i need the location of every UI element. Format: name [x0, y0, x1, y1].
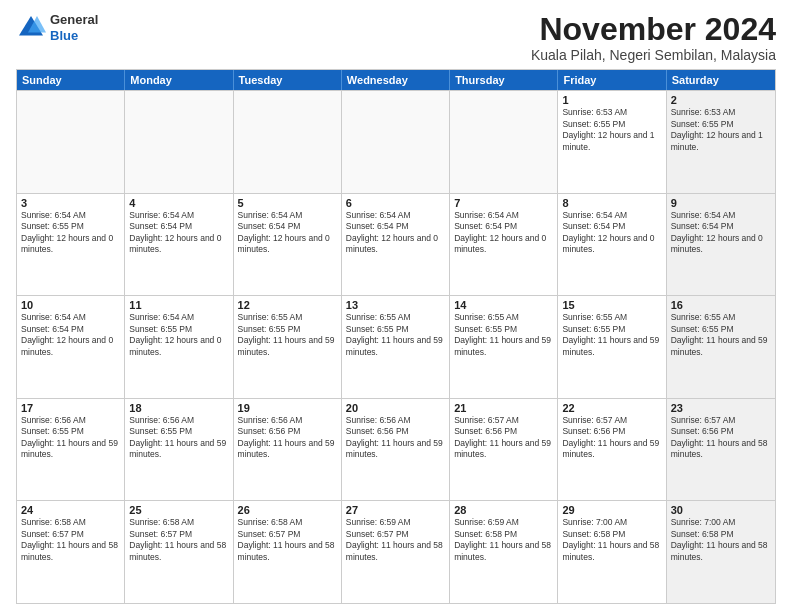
- calendar-row-3: 17Sunrise: 6:56 AM Sunset: 6:55 PM Dayli…: [17, 398, 775, 501]
- day-number: 19: [238, 402, 337, 414]
- day-number: 12: [238, 299, 337, 311]
- header-cell-thursday: Thursday: [450, 70, 558, 90]
- day-info: Sunrise: 6:55 AM Sunset: 6:55 PM Dayligh…: [454, 312, 553, 358]
- day-cell-7: 7Sunrise: 6:54 AM Sunset: 6:54 PM Daylig…: [450, 194, 558, 296]
- day-number: 8: [562, 197, 661, 209]
- day-number: 6: [346, 197, 445, 209]
- day-info: Sunrise: 6:54 AM Sunset: 6:54 PM Dayligh…: [454, 210, 553, 256]
- day-number: 2: [671, 94, 771, 106]
- empty-cell-0-4: [450, 91, 558, 193]
- day-info: Sunrise: 6:57 AM Sunset: 6:56 PM Dayligh…: [454, 415, 553, 461]
- day-cell-29: 29Sunrise: 7:00 AM Sunset: 6:58 PM Dayli…: [558, 501, 666, 603]
- day-cell-17: 17Sunrise: 6:56 AM Sunset: 6:55 PM Dayli…: [17, 399, 125, 501]
- day-info: Sunrise: 6:57 AM Sunset: 6:56 PM Dayligh…: [562, 415, 661, 461]
- day-cell-30: 30Sunrise: 7:00 AM Sunset: 6:58 PM Dayli…: [667, 501, 775, 603]
- empty-cell-0-3: [342, 91, 450, 193]
- day-number: 23: [671, 402, 771, 414]
- day-info: Sunrise: 6:55 AM Sunset: 6:55 PM Dayligh…: [562, 312, 661, 358]
- day-cell-23: 23Sunrise: 6:57 AM Sunset: 6:56 PM Dayli…: [667, 399, 775, 501]
- day-info: Sunrise: 6:56 AM Sunset: 6:55 PM Dayligh…: [129, 415, 228, 461]
- day-cell-2: 2Sunrise: 6:53 AM Sunset: 6:55 PM Daylig…: [667, 91, 775, 193]
- day-cell-11: 11Sunrise: 6:54 AM Sunset: 6:55 PM Dayli…: [125, 296, 233, 398]
- day-cell-10: 10Sunrise: 6:54 AM Sunset: 6:54 PM Dayli…: [17, 296, 125, 398]
- day-number: 16: [671, 299, 771, 311]
- day-info: Sunrise: 7:00 AM Sunset: 6:58 PM Dayligh…: [671, 517, 771, 563]
- day-number: 26: [238, 504, 337, 516]
- day-info: Sunrise: 6:59 AM Sunset: 6:58 PM Dayligh…: [454, 517, 553, 563]
- day-info: Sunrise: 6:55 AM Sunset: 6:55 PM Dayligh…: [238, 312, 337, 358]
- day-cell-18: 18Sunrise: 6:56 AM Sunset: 6:55 PM Dayli…: [125, 399, 233, 501]
- day-number: 3: [21, 197, 120, 209]
- day-cell-26: 26Sunrise: 6:58 AM Sunset: 6:57 PM Dayli…: [234, 501, 342, 603]
- day-cell-19: 19Sunrise: 6:56 AM Sunset: 6:56 PM Dayli…: [234, 399, 342, 501]
- day-number: 25: [129, 504, 228, 516]
- calendar-row-2: 10Sunrise: 6:54 AM Sunset: 6:54 PM Dayli…: [17, 295, 775, 398]
- calendar-row-4: 24Sunrise: 6:58 AM Sunset: 6:57 PM Dayli…: [17, 500, 775, 603]
- logo-text: General Blue: [50, 12, 98, 43]
- header-cell-sunday: Sunday: [17, 70, 125, 90]
- empty-cell-0-2: [234, 91, 342, 193]
- page: General Blue November 2024 Kuala Pilah, …: [0, 0, 792, 612]
- day-cell-28: 28Sunrise: 6:59 AM Sunset: 6:58 PM Dayli…: [450, 501, 558, 603]
- header-cell-saturday: Saturday: [667, 70, 775, 90]
- day-info: Sunrise: 6:53 AM Sunset: 6:55 PM Dayligh…: [671, 107, 771, 153]
- day-cell-1: 1Sunrise: 6:53 AM Sunset: 6:55 PM Daylig…: [558, 91, 666, 193]
- day-cell-6: 6Sunrise: 6:54 AM Sunset: 6:54 PM Daylig…: [342, 194, 450, 296]
- day-number: 29: [562, 504, 661, 516]
- day-cell-22: 22Sunrise: 6:57 AM Sunset: 6:56 PM Dayli…: [558, 399, 666, 501]
- day-number: 1: [562, 94, 661, 106]
- day-cell-3: 3Sunrise: 6:54 AM Sunset: 6:55 PM Daylig…: [17, 194, 125, 296]
- day-number: 24: [21, 504, 120, 516]
- day-cell-24: 24Sunrise: 6:58 AM Sunset: 6:57 PM Dayli…: [17, 501, 125, 603]
- day-info: Sunrise: 6:59 AM Sunset: 6:57 PM Dayligh…: [346, 517, 445, 563]
- calendar-header: SundayMondayTuesdayWednesdayThursdayFrid…: [17, 70, 775, 90]
- header-cell-friday: Friday: [558, 70, 666, 90]
- day-cell-16: 16Sunrise: 6:55 AM Sunset: 6:55 PM Dayli…: [667, 296, 775, 398]
- day-cell-13: 13Sunrise: 6:55 AM Sunset: 6:55 PM Dayli…: [342, 296, 450, 398]
- day-info: Sunrise: 6:53 AM Sunset: 6:55 PM Dayligh…: [562, 107, 661, 153]
- day-info: Sunrise: 6:58 AM Sunset: 6:57 PM Dayligh…: [238, 517, 337, 563]
- day-info: Sunrise: 6:54 AM Sunset: 6:55 PM Dayligh…: [129, 312, 228, 358]
- day-cell-21: 21Sunrise: 6:57 AM Sunset: 6:56 PM Dayli…: [450, 399, 558, 501]
- day-info: Sunrise: 6:54 AM Sunset: 6:54 PM Dayligh…: [671, 210, 771, 256]
- day-info: Sunrise: 6:54 AM Sunset: 6:54 PM Dayligh…: [238, 210, 337, 256]
- day-info: Sunrise: 6:58 AM Sunset: 6:57 PM Dayligh…: [21, 517, 120, 563]
- day-info: Sunrise: 6:55 AM Sunset: 6:55 PM Dayligh…: [671, 312, 771, 358]
- logo-general: General: [50, 12, 98, 28]
- day-number: 4: [129, 197, 228, 209]
- day-number: 15: [562, 299, 661, 311]
- logo-icon: [16, 13, 46, 43]
- day-info: Sunrise: 6:56 AM Sunset: 6:55 PM Dayligh…: [21, 415, 120, 461]
- day-number: 7: [454, 197, 553, 209]
- day-number: 18: [129, 402, 228, 414]
- location: Kuala Pilah, Negeri Sembilan, Malaysia: [531, 47, 776, 63]
- day-info: Sunrise: 6:54 AM Sunset: 6:54 PM Dayligh…: [346, 210, 445, 256]
- calendar-body: 1Sunrise: 6:53 AM Sunset: 6:55 PM Daylig…: [17, 90, 775, 603]
- day-cell-14: 14Sunrise: 6:55 AM Sunset: 6:55 PM Dayli…: [450, 296, 558, 398]
- calendar-row-0: 1Sunrise: 6:53 AM Sunset: 6:55 PM Daylig…: [17, 90, 775, 193]
- day-number: 17: [21, 402, 120, 414]
- day-info: Sunrise: 6:54 AM Sunset: 6:55 PM Dayligh…: [21, 210, 120, 256]
- day-cell-15: 15Sunrise: 6:55 AM Sunset: 6:55 PM Dayli…: [558, 296, 666, 398]
- day-info: Sunrise: 6:54 AM Sunset: 6:54 PM Dayligh…: [129, 210, 228, 256]
- day-cell-12: 12Sunrise: 6:55 AM Sunset: 6:55 PM Dayli…: [234, 296, 342, 398]
- empty-cell-0-0: [17, 91, 125, 193]
- header-cell-wednesday: Wednesday: [342, 70, 450, 90]
- calendar: SundayMondayTuesdayWednesdayThursdayFrid…: [16, 69, 776, 604]
- day-number: 5: [238, 197, 337, 209]
- header-cell-monday: Monday: [125, 70, 233, 90]
- day-info: Sunrise: 6:55 AM Sunset: 6:55 PM Dayligh…: [346, 312, 445, 358]
- day-info: Sunrise: 6:57 AM Sunset: 6:56 PM Dayligh…: [671, 415, 771, 461]
- day-cell-20: 20Sunrise: 6:56 AM Sunset: 6:56 PM Dayli…: [342, 399, 450, 501]
- header: General Blue November 2024 Kuala Pilah, …: [16, 12, 776, 63]
- day-info: Sunrise: 6:54 AM Sunset: 6:54 PM Dayligh…: [562, 210, 661, 256]
- title-block: November 2024 Kuala Pilah, Negeri Sembil…: [531, 12, 776, 63]
- header-cell-tuesday: Tuesday: [234, 70, 342, 90]
- day-cell-4: 4Sunrise: 6:54 AM Sunset: 6:54 PM Daylig…: [125, 194, 233, 296]
- day-number: 28: [454, 504, 553, 516]
- day-info: Sunrise: 6:56 AM Sunset: 6:56 PM Dayligh…: [238, 415, 337, 461]
- day-info: Sunrise: 7:00 AM Sunset: 6:58 PM Dayligh…: [562, 517, 661, 563]
- day-info: Sunrise: 6:56 AM Sunset: 6:56 PM Dayligh…: [346, 415, 445, 461]
- day-number: 21: [454, 402, 553, 414]
- day-cell-9: 9Sunrise: 6:54 AM Sunset: 6:54 PM Daylig…: [667, 194, 775, 296]
